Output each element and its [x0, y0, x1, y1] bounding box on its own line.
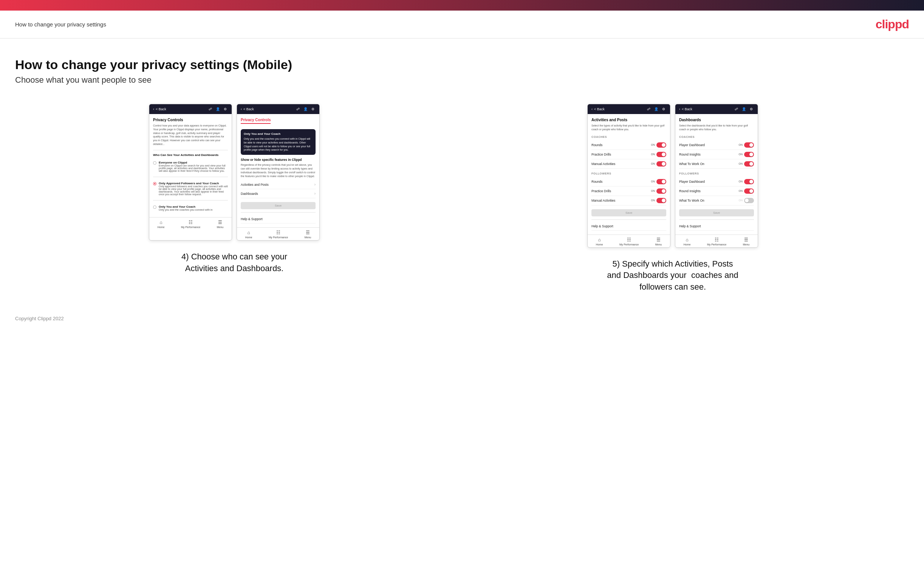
chevron-right-icon-dashboards: ›	[314, 192, 315, 196]
person-icon-4[interactable]: 👤	[741, 106, 746, 112]
nav-item-perf-1[interactable]: ☷ My Performance	[181, 220, 200, 229]
nav-back-3[interactable]: ‹ < Back	[591, 107, 605, 111]
search-icon-4[interactable]: ☍	[733, 106, 739, 112]
coaches-drills-toggle[interactable]	[656, 152, 666, 157]
activities-posts-row[interactable]: Activities and Posts ›	[241, 180, 315, 189]
save-button-4[interactable]: Save	[679, 209, 754, 216]
chart-icon-3: ☷	[627, 237, 631, 242]
followers-manual-toggle-group: ON	[651, 198, 667, 203]
back-chevron-icon-3: ‹	[591, 107, 593, 111]
menu-icon-4: ☰	[744, 237, 748, 242]
radio-title-everyone: Everyone on Clippd	[159, 161, 228, 164]
back-chevron-icon: ‹	[153, 107, 154, 111]
phone-pair-1: ‹ < Back ☍ 👤 ⚙ Privacy Controls Control …	[149, 104, 320, 240]
nav-item-menu-3[interactable]: ☰ Menu	[655, 237, 662, 246]
nav-item-menu-2[interactable]: ☰ Menu	[305, 230, 312, 239]
nav-label-menu-4: Menu	[743, 243, 750, 246]
nav-back-4[interactable]: ‹ < Back	[679, 107, 692, 111]
radio-only-you[interactable]: Only You and Your Coach Only you and the…	[153, 203, 228, 213]
chevron-right-icon-activities: ›	[314, 182, 315, 187]
followers-round-insights-toggle[interactable]	[744, 189, 754, 194]
coaches-what-work-on-text: ON	[739, 162, 743, 165]
nav-item-perf-2[interactable]: ☷ My Performance	[269, 230, 288, 239]
followers-player-dash-toggle-group: ON	[739, 179, 754, 184]
followers-rounds-toggle[interactable]	[656, 179, 666, 184]
coaches-rounds-toggle[interactable]	[656, 142, 666, 148]
nav-item-home-2[interactable]: ⌂ Home	[245, 230, 252, 239]
coaches-round-insights-toggle-group: ON	[739, 152, 754, 157]
followers-drills-toggle[interactable]	[656, 189, 666, 194]
coaches-player-dash-toggle[interactable]	[744, 142, 754, 148]
divider-save-3	[591, 219, 666, 220]
help-support-row-4[interactable]: Help & Support	[679, 222, 754, 231]
followers-player-dash-toggle[interactable]	[744, 179, 754, 184]
followers-manual-on-text: ON	[651, 199, 655, 201]
back-chevron-icon-4: ‹	[679, 107, 680, 111]
followers-manual-row: Manual Activities ON	[591, 196, 666, 205]
phone-content-3: Activities and Posts Select the types of…	[588, 114, 670, 234]
search-icon[interactable]: ☍	[207, 106, 213, 112]
coaches-what-work-label: What To Work On	[679, 162, 704, 166]
nav-item-home-3[interactable]: ⌂ Home	[596, 237, 603, 246]
settings-icon[interactable]: ⚙	[223, 106, 228, 112]
privacy-controls-title: Privacy Controls	[153, 118, 228, 122]
followers-manual-toggle[interactable]	[656, 198, 666, 203]
nav-item-perf-4[interactable]: ☷ My Performance	[707, 237, 726, 246]
coaches-manual-toggle[interactable]	[656, 161, 666, 166]
act-posts-title: Activities and Posts	[591, 118, 666, 122]
nav-icons-4: ☍ 👤 ⚙	[733, 106, 754, 112]
phone-bottom-nav-4: ⌂ Home ☷ My Performance ☰ Menu	[675, 234, 758, 247]
person-icon-3[interactable]: 👤	[653, 106, 659, 112]
nav-item-home-4[interactable]: ⌂ Home	[684, 237, 691, 246]
nav-label-menu-3: Menu	[655, 243, 662, 246]
nav-label-perf-2: My Performance	[269, 236, 288, 239]
person-icon-2[interactable]: 👤	[303, 106, 308, 112]
nav-item-perf-3[interactable]: ☷ My Performance	[619, 237, 639, 246]
coaches-round-insights-on-text: ON	[739, 153, 743, 156]
nav-back-2[interactable]: ‹ < Back	[241, 107, 254, 111]
phone-pair-2: ‹ < Back ☍ 👤 ⚙ Activities and Posts Sele…	[587, 104, 758, 248]
followers-round-insights-toggle-group: ON	[739, 189, 754, 194]
nav-label-perf-3: My Performance	[619, 243, 639, 246]
help-support-label-4: Help & Support	[679, 224, 701, 228]
coaches-manual-label: Manual Activities	[591, 162, 615, 166]
followers-drills-label: Practice Drills	[591, 189, 611, 193]
coaches-rounds-label: Rounds	[591, 143, 603, 147]
nav-item-menu-4[interactable]: ☰ Menu	[743, 237, 750, 246]
dashboards-row[interactable]: Dashboards ›	[241, 189, 315, 198]
radio-everyone[interactable]: Everyone on Clippd Everyone on Clippd ca…	[153, 159, 228, 174]
radio-circle-only-you	[153, 205, 157, 209]
help-support-label-3: Help & Support	[591, 224, 613, 228]
search-icon-2[interactable]: ☍	[295, 106, 300, 112]
coaches-round-insights-label: Round Insights	[679, 153, 701, 156]
settings-icon-3[interactable]: ⚙	[661, 106, 666, 112]
help-support-row-3[interactable]: Help & Support	[591, 222, 666, 231]
followers-rounds-toggle-group: ON	[651, 179, 667, 184]
settings-icon-4[interactable]: ⚙	[749, 106, 754, 112]
search-icon-3[interactable]: ☍	[646, 106, 651, 112]
nav-back-1[interactable]: ‹ < Back	[153, 107, 166, 111]
save-button-2[interactable]: Save	[241, 202, 315, 209]
main-content: How to change your privacy settings (Mob…	[0, 39, 907, 344]
followers-drills-toggle-group: ON	[651, 189, 667, 194]
nav-label-home-1: Home	[158, 226, 165, 229]
chart-icon-2: ☷	[276, 230, 280, 235]
nav-icons-3: ☍ 👤 ⚙	[646, 106, 666, 112]
coaches-round-insights-toggle[interactable]	[744, 152, 754, 157]
nav-item-home-1[interactable]: ⌂ Home	[158, 220, 165, 229]
settings-icon-2[interactable]: ⚙	[310, 106, 315, 112]
radio-circle-approved	[153, 182, 157, 185]
radio-approved[interactable]: Only Approved Followers and Your Coach O…	[153, 179, 228, 198]
followers-what-work-toggle[interactable]	[744, 198, 754, 203]
coaches-what-work-row: What To Work On ON	[679, 160, 754, 169]
nav-item-menu-1[interactable]: ☰ Menu	[217, 220, 224, 229]
header: How to change your privacy settings clip…	[0, 11, 924, 39]
phone-content-1: Privacy Controls Control how you and you…	[149, 114, 232, 217]
save-button-3[interactable]: Save	[591, 209, 666, 216]
help-support-row-2[interactable]: Help & Support	[241, 215, 315, 224]
person-icon[interactable]: 👤	[215, 106, 220, 112]
privacy-controls-desc: Control how you and your data appears to…	[153, 124, 228, 146]
coaches-what-work-toggle[interactable]	[744, 161, 754, 166]
home-icon-1: ⌂	[160, 220, 162, 225]
coaches-player-dash-on-text: ON	[739, 143, 743, 146]
